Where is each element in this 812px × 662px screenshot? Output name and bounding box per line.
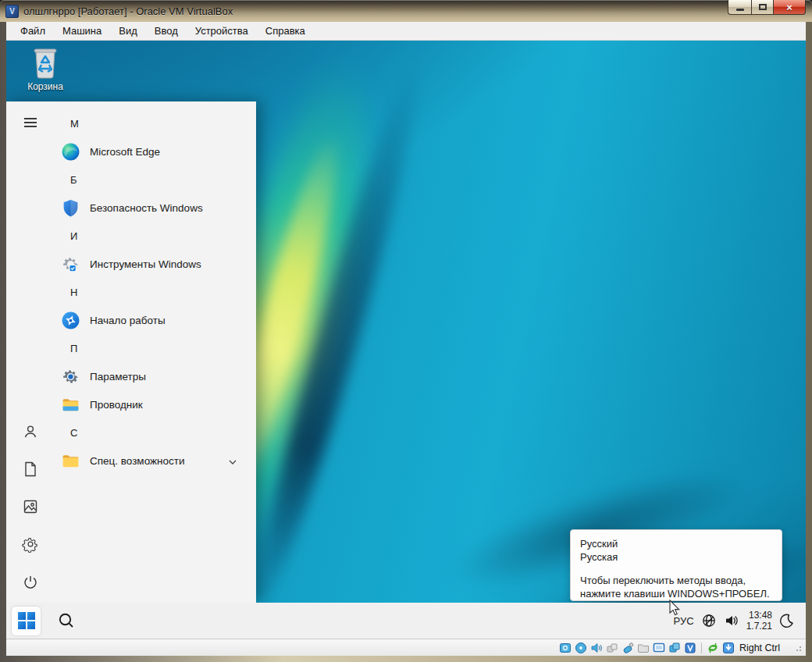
- focus-assist-moon-icon[interactable]: [779, 613, 795, 628]
- start-menu: М Microsoft Edge Б: [6, 101, 256, 603]
- start-menu-letter-header[interactable]: И: [55, 222, 248, 250]
- clock[interactable]: 13:48 1.7.21: [746, 610, 772, 632]
- accessibility-folder-icon: [61, 451, 80, 471]
- menu-item-help[interactable]: Справка: [258, 23, 313, 38]
- menu-item-input[interactable]: Ввод: [147, 23, 186, 38]
- search-icon: [57, 611, 76, 630]
- maximize-icon: [759, 4, 767, 10]
- vbox-menubar: Файл Машина Вид Ввод Устройства Справка: [6, 22, 806, 41]
- shared-folders-icon[interactable]: [637, 642, 650, 654]
- get-started-icon: [61, 311, 80, 330]
- window-title: олшлгнрро [Работает] - Oracle VM Virtual…: [23, 5, 233, 17]
- optical-disc-icon[interactable]: [575, 642, 587, 654]
- start-menu-app-get-started[interactable]: Начало работы: [55, 306, 248, 334]
- tooltip-keyboard-name: Русская: [580, 550, 772, 564]
- hamburger-menu-icon[interactable]: [22, 114, 39, 131]
- recording-icon[interactable]: [668, 642, 681, 654]
- start-menu-letter-header[interactable]: П: [55, 334, 248, 362]
- start-menu-letter-header[interactable]: Б: [55, 166, 248, 194]
- start-menu-letter-header[interactable]: М: [55, 109, 248, 137]
- windows-tools-icon: [61, 254, 80, 274]
- start-menu-letter-header[interactable]: С: [55, 418, 248, 447]
- recycle-bin[interactable]: Корзина: [17, 45, 73, 92]
- guest-screen: Корзина: [6, 41, 806, 639]
- tooltip-language-name: Русский: [580, 537, 772, 550]
- host-key-label: Right Ctrl: [739, 642, 780, 653]
- mouse-integration-icon[interactable]: [707, 642, 719, 654]
- window-controls: ×: [728, 0, 806, 15]
- menu-item-file[interactable]: Файл: [12, 23, 53, 38]
- settings-icon[interactable]: [22, 536, 39, 553]
- features-icon[interactable]: [684, 642, 696, 654]
- maximize-button[interactable]: [751, 0, 773, 15]
- hdd-icon[interactable]: [559, 642, 572, 654]
- start-menu-app-explorer[interactable]: Проводник: [55, 390, 248, 418]
- menu-item-machine[interactable]: Машина: [55, 23, 109, 38]
- vm-client-area: Файл Машина Вид Ввод Устройства Справка: [6, 22, 806, 656]
- documents-icon[interactable]: [22, 461, 39, 478]
- menu-item-view[interactable]: Вид: [111, 23, 145, 38]
- edge-icon: [61, 142, 80, 162]
- start-menu-app-windows-tools[interactable]: Инструменты Windows: [55, 250, 248, 278]
- user-icon[interactable]: [22, 423, 39, 440]
- windows-logo-icon: [18, 612, 35, 629]
- close-button[interactable]: ×: [773, 0, 806, 15]
- start-menu-letter-header[interactable]: Н: [55, 278, 248, 306]
- keyboard-capture-icon[interactable]: [722, 642, 735, 654]
- chevron-down-icon[interactable]: [228, 456, 237, 465]
- tooltip-hint-text: Чтобы переключить методы ввода, нажмите …: [580, 574, 775, 600]
- mouse-cursor: [669, 600, 682, 617]
- recycle-bin-label: Корзина: [27, 81, 63, 92]
- network-adapters-icon[interactable]: [606, 642, 618, 654]
- tray-time: 13:48: [746, 610, 772, 621]
- close-icon: ×: [786, 2, 792, 12]
- search-button[interactable]: [55, 609, 78, 632]
- explorer-folder-icon: [61, 395, 80, 415]
- start-button[interactable]: [12, 607, 41, 635]
- titlebar[interactable]: V олшлгнрро [Работает] - Oracle VM Virtu…: [0, 0, 812, 22]
- recycle-bin-icon: [30, 45, 61, 80]
- vbox-statusbar: Right Ctrl: [6, 639, 806, 656]
- virtualbox-window: V олшлгнрро [Работает] - Oracle VM Virtu…: [0, 0, 812, 662]
- start-menu-app-list: М Microsoft Edge Б: [55, 109, 248, 475]
- display-icon[interactable]: [653, 642, 665, 654]
- usb-icon[interactable]: [621, 642, 634, 654]
- audio-icon[interactable]: [590, 642, 603, 654]
- taskbar: РУС 13:48 1.7.21: [6, 603, 806, 639]
- system-tray: РУС 13:48 1.7.21: [674, 610, 806, 632]
- windows-security-shield-icon: [61, 198, 80, 218]
- minimize-button[interactable]: [728, 0, 751, 15]
- start-menu-app-settings[interactable]: Параметры: [55, 362, 248, 390]
- volume-icon[interactable]: [724, 613, 739, 628]
- minimize-icon: [736, 9, 744, 11]
- start-menu-app-accessibility[interactable]: Спец. возможности: [55, 447, 248, 475]
- pictures-icon[interactable]: [22, 498, 39, 515]
- network-globe-icon[interactable]: [701, 613, 717, 628]
- menu-item-devices[interactable]: Устройства: [187, 23, 256, 38]
- start-menu-app-edge[interactable]: Microsoft Edge: [55, 137, 248, 166]
- virtualbox-app-icon: V: [5, 5, 19, 18]
- language-tooltip: Русский Русская Чтобы переключить методы…: [570, 529, 782, 601]
- settings-gear-icon: [61, 367, 80, 386]
- start-menu-app-windows-security[interactable]: Безопасность Windows: [55, 194, 248, 222]
- statusbar-separator: [701, 642, 702, 653]
- power-icon[interactable]: [22, 574, 39, 591]
- tray-date: 1.7.21: [746, 621, 772, 632]
- resize-grip[interactable]: [794, 644, 801, 651]
